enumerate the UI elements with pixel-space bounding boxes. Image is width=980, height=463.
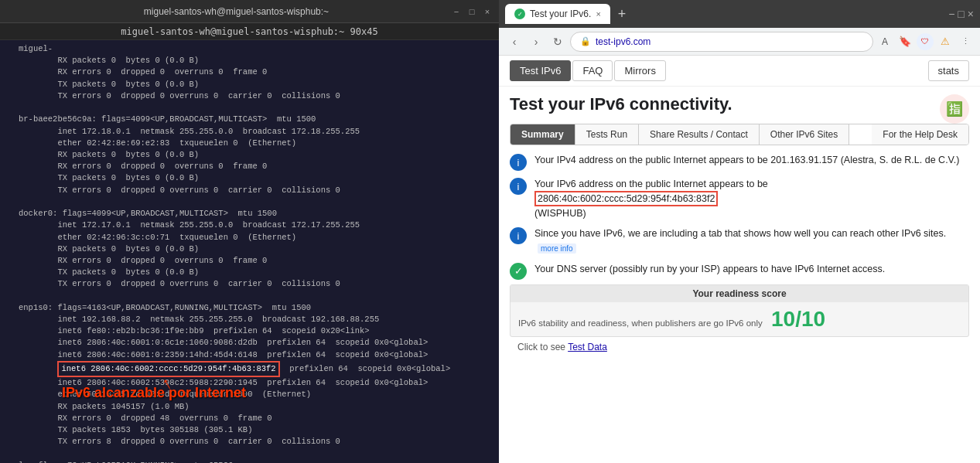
annotation-text: IPv6 alcanzable por Internet [62, 383, 246, 403]
browser-content: Test IPv6 FAQ Mirrors stats Test your IP… [499, 56, 980, 463]
translate-button[interactable]: A [876, 33, 893, 50]
browser-tab[interactable]: ✓ Test your IPv6. × [505, 4, 610, 24]
result-tabs: Summary Tests Run Share Results / Contac… [510, 124, 969, 145]
info-icon-1: i [510, 154, 527, 171]
terminal-line: TX packets 0 bytes 0 (0.0 B) [19, 79, 493, 90]
terminal-line: TX packets 0 bytes 0 (0.0 B) [19, 267, 493, 278]
check-icon: ✓ [510, 263, 527, 280]
terminal-line: inet6 2806:40c:6001:0:6c1e:1060:9086:d2d… [19, 337, 493, 349]
terminal-line: RX errors 0 dropped 48 overruns 0 frame … [19, 413, 493, 424]
terminal-line: ether 02:42:96:3c:c0:71 txqueuelen 0 (Et… [19, 232, 493, 243]
tab-favicon: ✓ [514, 9, 525, 19]
back-button[interactable]: ‹ [505, 32, 524, 51]
result-item-dns: ✓ Your DNS server (possibly run by your … [510, 262, 969, 280]
terminal-line: inet6 2806:40c:6001:0:2359:14hd:45d4:614… [19, 349, 493, 361]
terminal-line: TX errors 0 dropped 0 overruns 0 carrier… [19, 90, 493, 102]
terminal-line: inet 172.17.0.1 netmask 255.255.0.0 broa… [19, 220, 493, 231]
terminal-panel: miguel-santos-wh@miguel-santos-wisphub:~… [0, 0, 499, 463]
terminal-highlighted-line: inet6 2806:40c:6002:cccc:5d29:954f:4b63:… [19, 361, 493, 377]
lock-icon: 🔒 [580, 36, 591, 46]
forward-button[interactable]: › [527, 32, 545, 51]
close-button[interactable]: × [482, 6, 493, 17]
terminal-line [19, 102, 493, 114]
terminal-line: TX errors 0 dropped 0 overruns 0 carrier… [19, 278, 493, 290]
warning-icon: ⚠ [937, 33, 954, 50]
result-text-dns: Your DNS server (possibly run by your IS… [534, 262, 885, 277]
new-tab-button[interactable]: + [615, 6, 630, 22]
window-minimize-button[interactable]: − [948, 8, 954, 20]
browser-titlebar: ✓ Test your IPv6. × + − □ × [499, 0, 980, 28]
window-maximize-button[interactable]: □ [958, 8, 964, 20]
result-text-ipv4: Your IPv4 address on the public Internet… [534, 153, 959, 168]
readiness-score-text: IPv6 stability and readiness, when publi… [510, 302, 968, 336]
window-close-button[interactable]: × [968, 8, 974, 20]
bookmark-button[interactable]: 🔖 [896, 33, 913, 50]
nav-tab-test-ipv6[interactable]: Test IPv6 [510, 60, 571, 81]
result-text-tab-info: Since you have IPv6, we are including a … [534, 226, 969, 256]
terminal-line: br-baee2be56c9a: flags=4099<UP,BROADCAST… [19, 114, 493, 125]
terminal-line: docker0: flags=4099<UP,BROADCAST,MULTICA… [19, 208, 493, 220]
result-tab-share[interactable]: Share Results / Contact [639, 124, 760, 145]
terminal-line: miguel- [19, 43, 493, 55]
readiness-bar: Your readiness score IPv6 stability and … [510, 284, 969, 337]
terminal-line: RX errors 0 dropped 0 overruns 0 frame 0 [19, 66, 493, 78]
terminal-controls[interactable]: − □ × [451, 6, 493, 17]
maximize-button[interactable]: □ [466, 6, 477, 17]
info-icon-2: i [510, 178, 527, 195]
terminal-line: RX packets 0 bytes 0 (0.0 B) [19, 55, 493, 66]
terminal-title: miguel-santos-wh@miguel-santos-wisphub:~ [22, 6, 451, 17]
terminal-line: inet 192.168.88.2 netmask 255.255.255.0 … [19, 314, 493, 325]
result-item-ipv6: i Your IPv6 address on the public Intern… [510, 177, 969, 220]
ipv6-address: 2806:40c:6002:cccc:5d29:954f:4b63:83f2 [534, 191, 718, 206]
terminal-line: enp1s0: flags=4163<UP,BROADCAST,RUNNING,… [19, 302, 493, 314]
terminal-line: TX errors 0 dropped 0 overruns 0 carrier… [19, 185, 493, 196]
menu-button[interactable]: ⋮ [957, 33, 974, 50]
browser-panel: ✓ Test your IPv6. × + − □ × ‹ › ↻ 🔒 test… [499, 0, 980, 463]
more-info-button[interactable]: more info [538, 243, 576, 254]
page-title: Test your IPv6 connectivity. [510, 94, 732, 114]
tab-close-button[interactable]: × [596, 9, 600, 19]
terminal-titlebar: miguel-santos-wh@miguel-santos-wisphub:~… [0, 0, 499, 23]
terminal-line: RX packets 0 bytes 0 (0.0 B) [19, 243, 493, 255]
terminal-line: RX packets 0 bytes 0 (0.0 B) [19, 149, 493, 161]
terminal-line [19, 448, 493, 459]
translate-page-icon[interactable]: 🈯 [940, 94, 969, 124]
result-tab-tests-run[interactable]: Tests Run [575, 124, 639, 145]
terminal-line: lo: flags=73<UP,LOOPBACK,RUNNING> mtu 65… [19, 460, 493, 463]
terminal-line: inet 172.18.0.1 netmask 255.255.0.0 broa… [19, 126, 493, 138]
result-text-ipv6: Your IPv6 address on the public Internet… [534, 177, 768, 220]
terminal-line: inet6 fe80::eb2b:bc36:1f9e:bb9 prefixlen… [19, 325, 493, 337]
minimize-button[interactable]: − [451, 6, 462, 17]
terminal-line [19, 196, 493, 208]
test-data-section: Click to see Test Data [510, 337, 969, 357]
score-number: 10/10 [771, 307, 825, 331]
info-icon-3: i [510, 227, 527, 244]
nav-tab-stats[interactable]: stats [928, 60, 969, 81]
address-text: test-ipv6.com [596, 36, 863, 47]
extensions-icon: 🛡 [917, 33, 934, 50]
test-data-link[interactable]: Test Data [568, 342, 607, 352]
result-tab-summary[interactable]: Summary [510, 124, 575, 145]
terminal-line: TX packets 1853 bytes 305188 (305.1 KB) [19, 424, 493, 436]
nav-tab-faq[interactable]: FAQ [572, 60, 613, 81]
reload-button[interactable]: ↻ [548, 32, 567, 51]
nav-tab-mirrors[interactable]: Mirrors [614, 60, 665, 81]
result-items: i Your IPv4 address on the public Intern… [510, 153, 969, 280]
terminal-line: TX packets 0 bytes 0 (0.0 B) [19, 172, 493, 184]
result-item-ipv4: i Your IPv4 address on the public Intern… [510, 153, 969, 171]
tab-title: Test your IPv6. [530, 9, 591, 19]
result-item-tab-info: i Since you have IPv6, we are including … [510, 226, 969, 256]
terminal-subtitle: miguel-santos-wh@miguel-santos-wisphub:~… [0, 23, 499, 40]
terminal-line: ether 02:42:8e:69:e2:83 txqueuelen 0 (Et… [19, 138, 493, 149]
terminal-line: RX errors 0 dropped 0 overruns 0 frame 0 [19, 255, 493, 267]
address-bar[interactable]: 🔒 test-ipv6.com [570, 32, 873, 52]
result-tab-other-ipv6[interactable]: Other IPv6 Sites [760, 124, 849, 145]
terminal-line [19, 291, 493, 302]
site-content: Test your IPv6 connectivity. 🈯 Summary T… [499, 87, 980, 365]
result-tab-help-desk[interactable]: For the Help Desk [872, 124, 968, 145]
readiness-label: Your readiness score [510, 285, 968, 302]
terminal-line: RX errors 0 dropped 0 overruns 0 frame 0 [19, 161, 493, 172]
terminal-body[interactable]: miguel- RX packets 0 bytes 0 (0.0 B) RX … [0, 40, 499, 463]
site-topnav: Test IPv6 FAQ Mirrors stats [499, 56, 980, 87]
nav-icons-right: A 🔖 🛡 ⚠ ⋮ [876, 33, 974, 50]
